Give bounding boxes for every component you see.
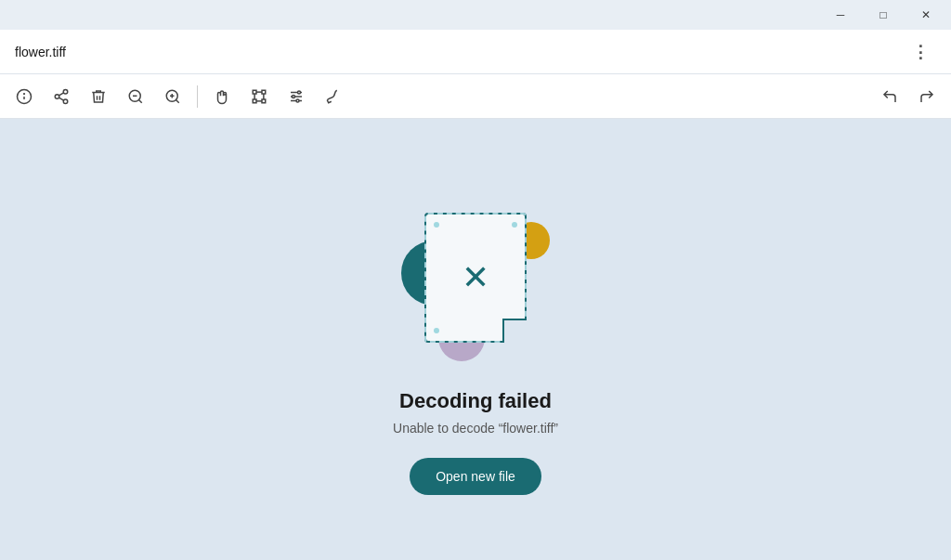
draw-icon <box>325 88 342 105</box>
close-button[interactable]: ✕ <box>905 0 947 30</box>
error-illustration: ✕ <box>383 185 568 371</box>
draw-button[interactable] <box>317 80 350 113</box>
header-menu-button[interactable]: ⋮ <box>906 37 936 67</box>
main-content: ✕ Decoding failed Unable to decode “flow… <box>0 119 951 560</box>
select-icon <box>251 88 267 105</box>
svg-point-23 <box>293 95 295 98</box>
dot-top-right <box>512 222 517 228</box>
adjust-button[interactable] <box>280 80 313 113</box>
error-document: ✕ <box>424 213 527 343</box>
titlebar: ─ □ ✕ <box>0 0 951 30</box>
error-x-mark: ✕ <box>462 261 489 294</box>
svg-point-22 <box>298 91 301 94</box>
app-title: flower.tiff <box>15 45 66 59</box>
delete-button[interactable] <box>82 80 115 113</box>
svg-point-24 <box>296 99 299 102</box>
redo-icon <box>918 88 935 105</box>
open-new-file-button[interactable]: Open new file <box>410 458 541 495</box>
svg-line-6 <box>59 98 63 100</box>
info-icon <box>16 88 33 105</box>
zoom-in-icon <box>164 88 181 105</box>
hand-icon <box>214 88 230 105</box>
svg-point-5 <box>63 99 68 104</box>
svg-line-7 <box>59 92 63 95</box>
dot-top-left <box>434 222 439 228</box>
zoom-in-button[interactable] <box>156 80 189 113</box>
undo-icon <box>881 88 898 105</box>
select-button[interactable] <box>242 80 276 113</box>
redo-button[interactable] <box>910 80 944 113</box>
svg-line-12 <box>176 99 178 102</box>
toolbar-divider <box>197 85 198 108</box>
svg-point-3 <box>63 89 68 94</box>
share-icon <box>53 88 70 105</box>
svg-point-4 <box>55 94 59 98</box>
titlebar-controls: ─ □ ✕ <box>819 0 947 30</box>
toolbar <box>0 74 951 119</box>
maximize-button[interactable]: □ <box>862 0 905 30</box>
trash-icon <box>90 88 107 105</box>
share-button[interactable] <box>45 80 78 113</box>
dot-bottom-left <box>434 328 439 333</box>
sliders-icon <box>288 88 305 105</box>
app-header: flower.tiff ⋮ <box>0 30 951 74</box>
undo-button[interactable] <box>873 80 906 113</box>
hand-tool-button[interactable] <box>205 80 239 113</box>
minimize-button[interactable]: ─ <box>819 0 862 30</box>
error-title: Decoding failed <box>399 389 552 413</box>
error-subtitle: Unable to decode “flower.tiff” <box>393 421 558 436</box>
zoom-out-icon <box>127 88 144 105</box>
svg-line-9 <box>138 99 141 102</box>
info-button[interactable] <box>7 80 41 113</box>
toolbar-right <box>873 80 944 113</box>
zoom-out-button[interactable] <box>119 80 152 113</box>
